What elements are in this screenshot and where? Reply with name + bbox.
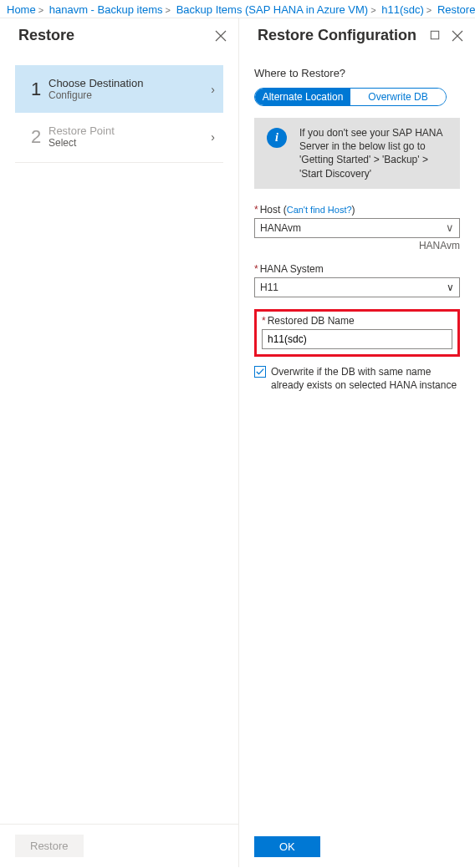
- step-2-title: Restore Point: [49, 124, 211, 137]
- config-pane-title: Restore Configuration: [258, 27, 416, 44]
- restore-config-pane: Restore Configuration Where to Restore? …: [239, 18, 475, 867]
- chevron-down-icon: ∨: [447, 282, 454, 293]
- info-icon: i: [267, 128, 287, 148]
- close-icon[interactable]: [452, 30, 463, 42]
- toggle-alternate-location[interactable]: Alternate Location: [255, 89, 350, 105]
- info-banner: i If you don't see your SAP HANA Server …: [254, 118, 460, 189]
- info-text: If you don't see your SAP HANA Server in…: [299, 126, 452, 180]
- step-restore-point[interactable]: 2 Restore Point Select ›: [15, 113, 223, 160]
- step-choose-destination[interactable]: 1 Choose Destination Configure ›: [15, 65, 223, 113]
- bc-item-3[interactable]: h11(sdc): [381, 3, 424, 16]
- host-helper-text: HANAvm: [254, 240, 460, 251]
- toggle-overwrite-db[interactable]: Overwrite DB: [350, 89, 446, 105]
- close-icon[interactable]: [215, 30, 227, 42]
- overwrite-checkbox-label: Overwrite if the DB with same name alrea…: [271, 365, 460, 392]
- where-to-restore-label: Where to Restore?: [254, 67, 460, 79]
- restored-db-highlight: *Restored DB Name: [254, 309, 460, 357]
- ok-button[interactable]: OK: [254, 836, 320, 857]
- hana-system-dropdown[interactable]: H11 ∨: [254, 277, 460, 297]
- chevron-down-icon: ∨: [446, 221, 454, 234]
- step-2-sub: Select: [49, 137, 211, 149]
- step-1-title: Choose Destination: [49, 77, 211, 89]
- bc-item-4[interactable]: Restore: [437, 3, 475, 16]
- chevron-right-icon: ›: [211, 130, 215, 144]
- cant-find-host-link[interactable]: Can't find Host?: [287, 205, 352, 215]
- step-number-1: 1: [23, 79, 49, 100]
- step-number-2: 2: [23, 126, 49, 148]
- step-1-sub: Configure: [49, 89, 211, 101]
- restore-button[interactable]: Restore: [15, 835, 84, 857]
- hana-system-label: *HANA System: [254, 263, 460, 275]
- bc-item-1[interactable]: hanavm - Backup items: [49, 3, 163, 16]
- breadcrumb: Home> hanavm - Backup items> Backup Item…: [0, 0, 475, 18]
- host-value: HANAvm: [260, 222, 301, 234]
- host-label: *Host (Can't find Host?): [254, 204, 460, 216]
- restored-db-input[interactable]: [262, 329, 452, 349]
- chevron-right-icon: ›: [211, 83, 215, 96]
- restored-db-label: *Restored DB Name: [262, 315, 452, 327]
- maximize-icon[interactable]: [430, 30, 442, 42]
- hana-system-value: H11: [260, 282, 278, 293]
- restore-mode-toggle: Alternate Location Overwrite DB: [254, 88, 447, 106]
- restore-steps-pane: Restore 1 Choose Destination Configure ›…: [0, 18, 239, 867]
- svg-rect-0: [431, 31, 438, 38]
- overwrite-checkbox[interactable]: [254, 366, 266, 378]
- restore-pane-title: Restore: [18, 27, 74, 44]
- bc-item-2[interactable]: Backup Items (SAP HANA in Azure VM): [176, 3, 369, 16]
- bc-home[interactable]: Home: [7, 3, 36, 16]
- host-dropdown[interactable]: HANAvm ∨: [254, 218, 460, 238]
